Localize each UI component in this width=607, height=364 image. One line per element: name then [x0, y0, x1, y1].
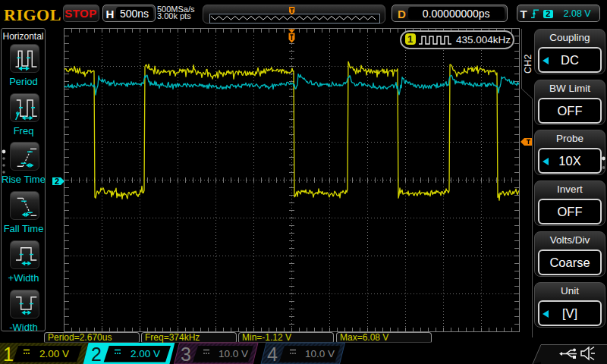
svg-text:3: 3 [181, 344, 191, 364]
svg-text:2: 2 [55, 177, 59, 185]
svg-text:2.00 V: 2.00 V [39, 348, 69, 359]
svg-text:2.00 V: 2.00 V [131, 348, 160, 359]
svg-text:10.0 V: 10.0 V [305, 348, 335, 359]
svg-text:4: 4 [267, 344, 278, 364]
svg-text:2: 2 [91, 344, 102, 364]
svg-text:1: 1 [3, 344, 14, 364]
svg-text:10.0 V: 10.0 V [219, 348, 248, 359]
